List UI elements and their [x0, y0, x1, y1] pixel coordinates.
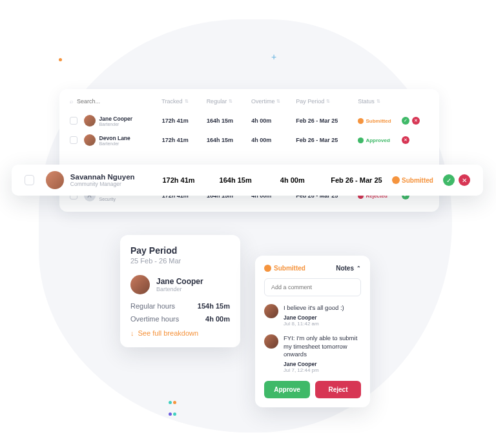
pay-period-card: Pay Period 25 Feb - 26 Mar Jane Cooper B… — [120, 235, 240, 347]
user-name: Savannah Nguyen — [70, 173, 135, 181]
background-blob — [39, 19, 452, 433]
notes-toggle[interactable]: Notes⌃ — [336, 265, 361, 272]
avatar — [264, 334, 278, 349]
tracked-value: 172h 41m — [162, 117, 207, 124]
period-value: Feb 26 - Mar 25 — [296, 117, 358, 124]
notes-card: Submitted Notes⌃ I believe it's all good… — [255, 256, 370, 407]
status-badge: Submitted — [392, 176, 443, 184]
sort-icon: ⇅ — [326, 99, 330, 104]
status-badge: Submitted — [358, 118, 401, 124]
user-name: Devon Lane — [99, 135, 130, 141]
user-role: Security — [99, 197, 133, 201]
th-period[interactable]: Pay Period⇅ — [296, 98, 358, 105]
search-input[interactable] — [77, 98, 141, 105]
reject-button[interactable]: ✕ — [402, 136, 409, 144]
avatar — [84, 115, 96, 127]
th-status[interactable]: Status⇅ — [358, 98, 401, 105]
th-tracked[interactable]: Tracked⇅ — [161, 98, 206, 105]
user-name: Jane Cooper — [156, 277, 203, 286]
period-value: Feb 26 - Mar 25 — [296, 137, 358, 143]
avatar — [84, 134, 96, 146]
overtime-value: 4h 00m — [205, 315, 230, 323]
sort-icon: ⇅ — [377, 99, 380, 104]
reject-button[interactable]: ✕ — [459, 174, 470, 186]
period-value: Feb 26 - Mar 25 — [321, 176, 392, 184]
approve-button[interactable]: ✓ — [402, 117, 409, 125]
user-name: Jane Cooper — [99, 116, 133, 122]
status-badge: Submitted — [264, 265, 305, 272]
regular-value: 154h 15m — [198, 302, 230, 310]
tracked-value: 172h 41m — [150, 176, 207, 184]
table-row: Jane CooperBartender 172h 41m 164h 15m 4… — [59, 111, 439, 130]
note-time: Jul 8, 11:42 am — [284, 321, 361, 327]
user-role: Community Manager — [70, 181, 135, 187]
comment-input[interactable] — [264, 278, 361, 296]
regular-value: 164h 15m — [207, 176, 264, 184]
dots-decoration — [58, 53, 63, 65]
dots-decoration — [168, 396, 177, 419]
th-regular[interactable]: Regular⇅ — [207, 98, 251, 105]
approve-button[interactable]: Approve — [264, 381, 310, 398]
reject-button[interactable]: ✕ — [412, 117, 420, 125]
sort-icon: ⇅ — [185, 99, 189, 104]
user-role: Bartender — [99, 141, 130, 146]
table-header: ⌕ Tracked⇅ Regular⇅ Overtime⇅ Pay Period… — [59, 98, 439, 111]
note-time: Jul 7, 12:44 pm — [284, 367, 361, 373]
status-icon — [358, 118, 364, 124]
featured-row: Savannah Nguyen Community Manager 172h 4… — [12, 165, 483, 196]
overtime-value: 4h 00m — [251, 137, 296, 143]
tracked-value: 172h 41m — [162, 137, 207, 143]
user-role: Bartender — [99, 122, 133, 127]
overtime-value: 4h 00m — [251, 117, 296, 124]
table-row: Devon LaneBartender 172h 41m 164h 15m 4h… — [59, 130, 439, 150]
note-author: Jane Cooper — [284, 361, 361, 367]
avatar — [264, 304, 278, 318]
status-icon — [264, 265, 271, 272]
regular-label: Regular hours — [130, 302, 175, 310]
pay-title: Pay Period — [130, 245, 230, 256]
breakdown-link[interactable]: ↓See full breakdown — [130, 329, 230, 337]
arrow-down-icon: ↓ — [130, 329, 134, 337]
status-badge: Approved — [358, 137, 401, 143]
sort-icon: ⇅ — [276, 99, 280, 104]
th-overtime[interactable]: Overtime⇅ — [251, 98, 296, 105]
note-text: I believe it's all good :) — [284, 304, 361, 312]
approve-button[interactable]: ✓ — [443, 174, 455, 186]
chevron-up-icon: ⌃ — [356, 265, 361, 271]
reject-button[interactable]: Reject — [315, 381, 361, 398]
note-author: Jane Cooper — [284, 314, 361, 321]
status-icon — [358, 137, 364, 143]
avatar — [46, 171, 64, 189]
row-checkbox[interactable] — [70, 136, 78, 144]
avatar — [130, 275, 150, 294]
note-item: I believe it's all good :) Jane Cooper J… — [264, 304, 361, 327]
plus-decoration: + — [271, 52, 276, 62]
search-icon: ⌕ — [70, 98, 73, 105]
sort-icon: ⇅ — [229, 99, 232, 104]
regular-value: 164h 15m — [207, 137, 251, 143]
pay-range: 25 Feb - 26 Mar — [130, 257, 230, 265]
status-icon — [392, 176, 400, 184]
overtime-label: Overtime hours — [130, 315, 179, 323]
row-checkbox[interactable] — [70, 117, 78, 125]
regular-value: 164h 15m — [207, 117, 251, 124]
note-item: FYI: I'm only able to submit my timeshee… — [264, 334, 361, 373]
row-checkbox[interactable] — [25, 175, 34, 185]
overtime-value: 4h 00m — [264, 176, 321, 184]
user-role: Bartender — [156, 286, 203, 292]
note-text: FYI: I'm only able to submit my timeshee… — [284, 334, 361, 359]
